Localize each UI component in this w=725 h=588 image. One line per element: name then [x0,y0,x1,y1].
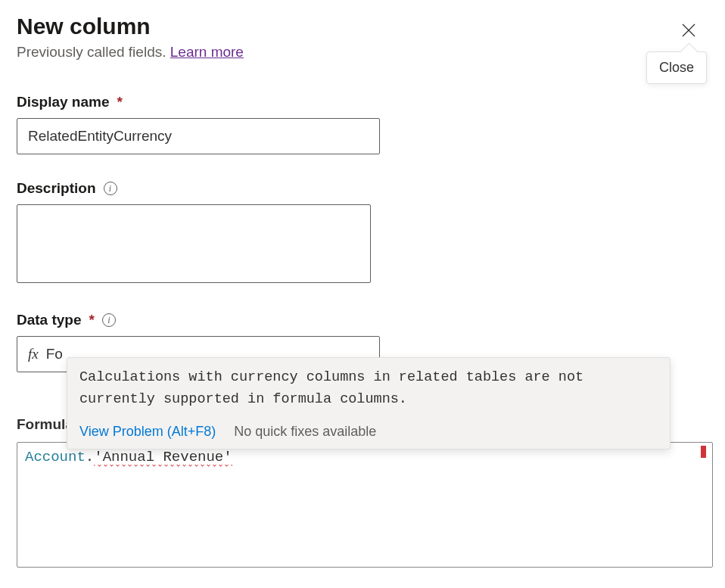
subtitle: Previously called fields. Learn more [17,44,708,61]
formula-token-field: 'Annual Revenue' [94,449,232,467]
close-tooltip: Close [646,51,707,84]
formula-token-dot: . [86,449,94,465]
page-title: New column [17,14,708,39]
minimap-error-marker [701,446,706,458]
formula-token-object: Account [25,449,86,465]
description-input[interactable] [17,204,371,283]
formula-label: Formula [17,416,73,433]
view-problem-link[interactable]: View Problem (Alt+F8) [79,424,216,440]
close-button[interactable] [675,17,702,44]
display-name-input[interactable] [17,118,380,154]
info-icon[interactable]: i [102,313,116,327]
display-name-group: Display name * [17,94,708,154]
display-name-label: Display name [17,94,110,110]
formula-editor[interactable]: Account.'Annual Revenue' [17,442,713,568]
fx-icon: fx [28,346,39,362]
required-marker: * [117,94,123,110]
close-icon [680,22,697,39]
error-popup: Calculations with currency columns in re… [67,357,671,450]
description-label: Description [17,180,96,197]
datatype-value-visible: Fo [46,346,63,362]
learn-more-link[interactable]: Learn more [170,44,244,60]
required-marker: * [89,312,95,328]
no-fix-text: No quick fixes available [234,424,376,440]
datatype-label: Data type [17,312,82,328]
header: New column Previously called fields. Lea… [17,14,708,61]
info-icon[interactable]: i [104,182,117,195]
subtitle-text: Previously called fields. [17,44,170,60]
description-group: Description i [17,180,708,286]
error-message: Calculations with currency columns in re… [67,358,670,418]
